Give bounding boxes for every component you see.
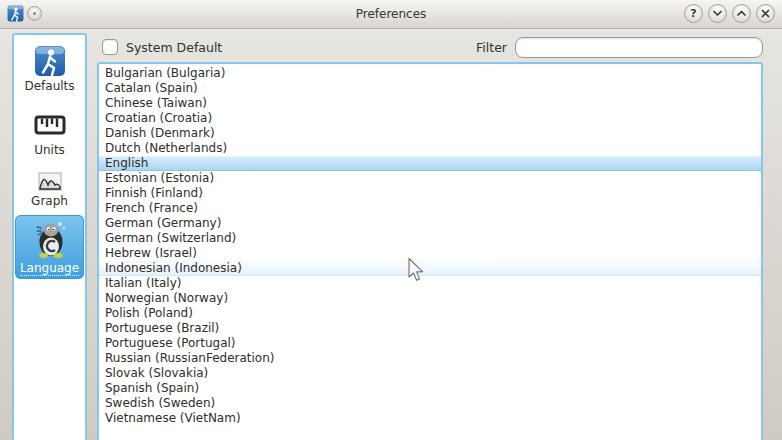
list-item[interactable]: German (Switzerland) (99, 231, 761, 246)
sidebar-item-units[interactable]: Units (15, 101, 84, 165)
filter-label: Filter (476, 40, 507, 55)
sidebar: Defaults Units Graph (12, 33, 87, 440)
options-row: System Default Filter (97, 33, 763, 61)
filter-group: Filter (476, 37, 763, 58)
chevron-down-icon (712, 8, 723, 19)
list-item[interactable]: Hebrew (Israel) (99, 246, 761, 261)
system-default-label: System Default (126, 40, 222, 55)
list-item[interactable]: Portuguese (Brazil) (99, 321, 761, 336)
list-item[interactable]: Chinese (Taiwan) (99, 96, 761, 111)
list-item[interactable]: Portuguese (Portugal) (99, 336, 761, 351)
list-item[interactable]: Swedish (Sweden) (99, 396, 761, 411)
hiker-icon (34, 45, 66, 77)
list-item-hovered[interactable]: Indonesian (Indonesia) (99, 261, 761, 276)
penguin-icon (30, 219, 70, 259)
ruler-icon (33, 109, 67, 141)
list-item[interactable]: Norwegian (Norway) (99, 291, 761, 306)
list-item[interactable]: Polish (Poland) (99, 306, 761, 321)
close-icon (760, 8, 771, 19)
list-item[interactable]: Finnish (Finland) (99, 186, 761, 201)
filter-input[interactable] (515, 37, 763, 58)
shade-down-button[interactable] (708, 4, 727, 23)
area-chart-icon (38, 172, 62, 192)
list-item[interactable]: Spanish (Spain) (99, 381, 761, 396)
list-item[interactable]: Catalan (Spain) (99, 81, 761, 96)
sidebar-item-language[interactable]: Language (15, 215, 84, 279)
list-item[interactable]: French (France) (99, 201, 761, 216)
titlebar[interactable]: Preferences ? (0, 0, 782, 29)
sidebar-item-label: Defaults (24, 80, 74, 93)
list-item[interactable]: Bulgarian (Bulgaria) (99, 66, 761, 81)
list-item[interactable]: Slovak (Slovakia) (99, 366, 761, 381)
close-button[interactable] (756, 4, 775, 23)
sidebar-item-label: Graph (31, 195, 68, 208)
shade-up-button[interactable] (732, 4, 751, 23)
system-default-checkbox[interactable] (102, 39, 118, 55)
dialog-content: Defaults Units Graph (0, 29, 782, 440)
question-mark-icon: ? (690, 8, 696, 19)
window-title: Preferences (0, 0, 782, 28)
list-item[interactable]: Danish (Denmark) (99, 126, 761, 141)
list-item[interactable]: German (Germany) (99, 216, 761, 231)
help-button[interactable]: ? (684, 4, 703, 23)
list-item[interactable]: Croatian (Croatia) (99, 111, 761, 126)
sidebar-item-label: Language (20, 262, 79, 276)
chevron-up-icon (736, 8, 747, 19)
sidebar-item-defaults[interactable]: Defaults (15, 37, 84, 101)
list-item[interactable]: Italian (Italy) (99, 276, 761, 291)
sidebar-item-graph[interactable]: Graph (15, 165, 84, 215)
sidebar-item-label: Units (34, 144, 65, 157)
language-list: Bulgarian (Bulgaria) Catalan (Spain) Chi… (97, 62, 763, 440)
list-item-selected[interactable]: English (99, 156, 761, 171)
list-item[interactable]: Dutch (Netherlands) (99, 141, 761, 156)
list-item[interactable]: Vietnamese (VietNam) (99, 411, 761, 426)
preferences-window: Preferences ? Defaults (0, 0, 782, 440)
list-item[interactable]: Russian (RussianFederation) (99, 351, 761, 366)
list-item[interactable]: Estonian (Estonia) (99, 171, 761, 186)
